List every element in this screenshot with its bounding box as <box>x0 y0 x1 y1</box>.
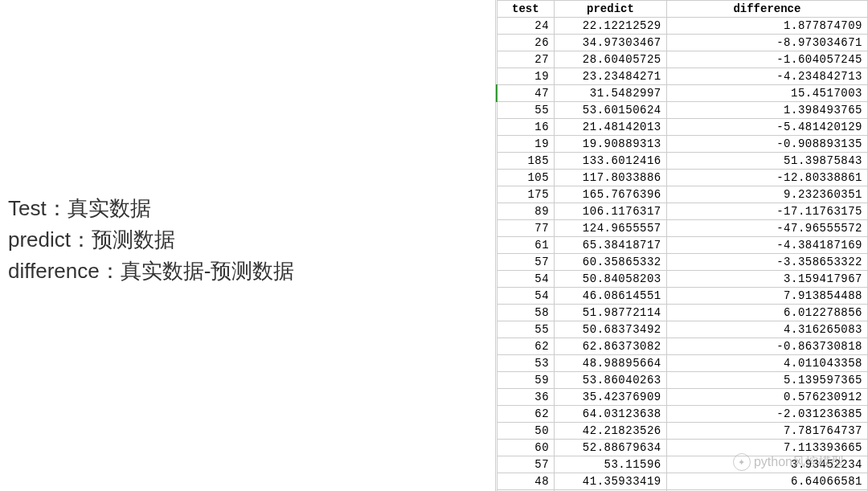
cell-difference[interactable]: 6.012278856 <box>666 305 867 321</box>
cell-difference[interactable]: 3.159417967 <box>666 271 867 288</box>
cell-predict[interactable]: 50.84058203 <box>555 271 667 288</box>
cell-difference[interactable]: 1.877874709 <box>666 18 867 35</box>
table-row[interactable]: 185133.601241651.39875843 <box>497 153 868 170</box>
cell-test[interactable]: 175 <box>497 186 555 203</box>
cell-predict[interactable]: 34.97303467 <box>555 35 667 51</box>
cell-difference[interactable]: 4.316265083 <box>666 321 867 338</box>
cell-predict[interactable]: 165.7676396 <box>555 186 667 203</box>
cell-predict[interactable]: 53.86040263 <box>555 372 667 389</box>
cell-test[interactable]: 47 <box>497 85 555 102</box>
cell-test[interactable]: 62 <box>497 338 555 355</box>
cell-test[interactable]: 61 <box>497 237 555 254</box>
table-row[interactable]: 2422.122125291.877874709 <box>497 18 868 35</box>
cell-difference[interactable]: 9.232360351 <box>666 186 867 203</box>
cell-test[interactable]: 19 <box>497 136 555 153</box>
cell-test[interactable]: 48 <box>497 473 555 490</box>
cell-predict[interactable]: 28.60405725 <box>555 51 667 68</box>
cell-predict[interactable]: 62.86373082 <box>555 338 667 355</box>
cell-predict[interactable]: 65.38418717 <box>555 237 667 254</box>
table-row[interactable]: 5042.218235267.781764737 <box>497 423 868 440</box>
cell-difference[interactable]: -47.96555572 <box>666 220 867 237</box>
cell-difference[interactable]: -2.031236385 <box>666 406 867 423</box>
cell-test[interactable]: 54 <box>497 271 555 288</box>
table-row[interactable]: 4841.359334196.64066581 <box>497 473 868 490</box>
cell-predict[interactable]: 23.23484271 <box>555 68 667 85</box>
cell-test[interactable]: 55 <box>497 321 555 338</box>
table-row[interactable]: 3635.423769090.576230912 <box>497 389 868 406</box>
cell-predict[interactable]: 31.5482997 <box>555 85 667 102</box>
cell-predict[interactable]: 46.08614551 <box>555 288 667 305</box>
table-row[interactable]: 6264.03123638-2.031236385 <box>497 406 868 423</box>
cell-test[interactable]: 89 <box>497 203 555 220</box>
table-row[interactable]: 5760.35865332-3.358653322 <box>497 254 868 271</box>
cell-difference[interactable]: -12.80338861 <box>666 170 867 186</box>
cell-predict[interactable]: 48.98895664 <box>555 355 667 372</box>
table-row[interactable]: 5348.988956644.011043358 <box>497 355 868 372</box>
cell-predict[interactable]: 60.35865332 <box>555 254 667 271</box>
cell-difference[interactable]: 51.39875843 <box>666 153 867 170</box>
cell-predict[interactable]: 41.35933419 <box>555 473 667 490</box>
table-row[interactable]: 5553.601506241.398493765 <box>497 102 868 119</box>
cell-predict[interactable]: 53.60150624 <box>555 102 667 119</box>
cell-test[interactable]: 59 <box>497 372 555 389</box>
cell-predict[interactable]: 35.42376909 <box>555 389 667 406</box>
cell-test[interactable]: 24 <box>497 18 555 35</box>
cell-predict[interactable]: 133.6012416 <box>555 153 667 170</box>
cell-test[interactable]: 62 <box>497 406 555 423</box>
cell-difference[interactable]: -0.908893135 <box>666 136 867 153</box>
cell-test[interactable]: 36 <box>497 389 555 406</box>
cell-predict[interactable]: 22.12212529 <box>555 18 667 35</box>
table-row[interactable]: 5446.086145517.913854488 <box>497 288 868 305</box>
cell-difference[interactable]: -3.358653322 <box>666 254 867 271</box>
table-row[interactable]: 2634.97303467-8.973034671 <box>497 35 868 51</box>
cell-predict[interactable]: 52.88679634 <box>555 440 667 456</box>
cell-test[interactable]: 53 <box>497 355 555 372</box>
cell-test[interactable]: 54 <box>497 288 555 305</box>
cell-predict[interactable]: 106.1176317 <box>555 203 667 220</box>
cell-difference[interactable]: 15.4517003 <box>666 85 867 102</box>
cell-difference[interactable]: 5.139597365 <box>666 372 867 389</box>
cell-difference[interactable]: -8.973034671 <box>666 35 867 51</box>
cell-predict[interactable]: 64.03123638 <box>555 406 667 423</box>
table-row[interactable]: 1621.48142013-5.481420129 <box>497 119 868 136</box>
table-row[interactable]: 1923.23484271-4.234842713 <box>497 68 868 85</box>
header-test[interactable]: test <box>497 1 555 18</box>
table-row[interactable]: 89106.1176317-17.11763175 <box>497 203 868 220</box>
cell-difference[interactable]: -1.604057245 <box>666 51 867 68</box>
cell-difference[interactable]: -4.384187169 <box>666 237 867 254</box>
cell-predict[interactable]: 117.8033886 <box>555 170 667 186</box>
table-row[interactable]: 1919.90889313-0.908893135 <box>497 136 868 153</box>
cell-difference[interactable]: -5.481420129 <box>666 119 867 136</box>
cell-predict[interactable]: 50.68373492 <box>555 321 667 338</box>
cell-test[interactable]: 57 <box>497 456 555 473</box>
cell-difference[interactable]: 0.576230912 <box>666 389 867 406</box>
cell-test[interactable]: 105 <box>497 170 555 186</box>
cell-difference[interactable]: 6.64066581 <box>666 473 867 490</box>
table-row[interactable]: 6165.38418717-4.384187169 <box>497 237 868 254</box>
cell-difference[interactable]: -4.234842713 <box>666 68 867 85</box>
cell-predict[interactable]: 51.98772114 <box>555 305 667 321</box>
cell-test[interactable]: 16 <box>497 119 555 136</box>
cell-test[interactable]: 60 <box>497 440 555 456</box>
cell-difference[interactable]: 7.913854488 <box>666 288 867 305</box>
table-row[interactable]: 4731.548299715.4517003 <box>497 85 868 102</box>
table-row[interactable]: 6262.86373082-0.863730818 <box>497 338 868 355</box>
cell-test[interactable]: 57 <box>497 254 555 271</box>
table-row[interactable]: 105117.8033886-12.80338861 <box>497 170 868 186</box>
cell-difference[interactable]: 7.781764737 <box>666 423 867 440</box>
cell-test[interactable]: 27 <box>497 51 555 68</box>
cell-test[interactable]: 77 <box>497 220 555 237</box>
table-row[interactable]: 2728.60405725-1.604057245 <box>497 51 868 68</box>
cell-predict[interactable]: 42.21823526 <box>555 423 667 440</box>
header-difference[interactable]: difference <box>666 1 867 18</box>
cell-test[interactable]: 55 <box>497 102 555 119</box>
cell-difference[interactable]: -17.11763175 <box>666 203 867 220</box>
table-row[interactable]: 5851.987721146.012278856 <box>497 305 868 321</box>
header-predict[interactable]: predict <box>555 1 667 18</box>
cell-test[interactable]: 58 <box>497 305 555 321</box>
cell-predict[interactable]: 124.9655557 <box>555 220 667 237</box>
cell-difference[interactable]: 1.398493765 <box>666 102 867 119</box>
cell-test[interactable]: 50 <box>497 423 555 440</box>
cell-predict[interactable]: 21.48142013 <box>555 119 667 136</box>
table-row[interactable]: 175165.76763969.232360351 <box>497 186 868 203</box>
